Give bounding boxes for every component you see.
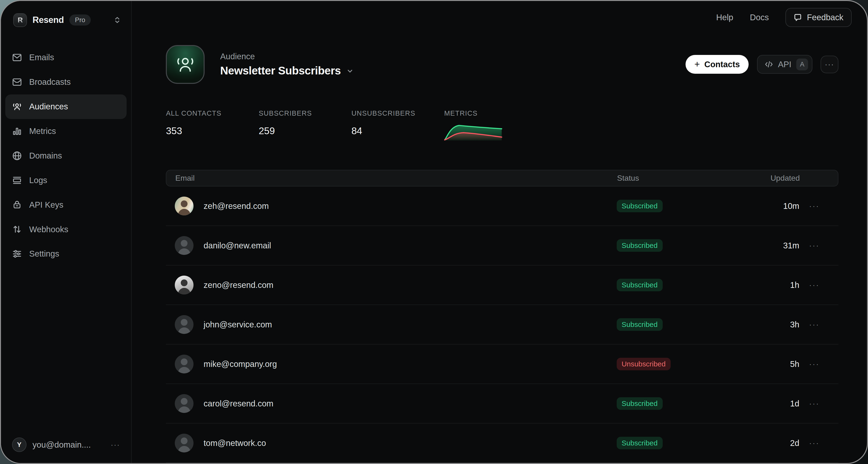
contact-avatar <box>175 236 193 255</box>
column-header-status: Status <box>617 174 755 183</box>
sidebar-item-broadcasts[interactable]: Broadcasts <box>5 70 127 94</box>
stat-metrics: METRICS <box>444 109 537 141</box>
contact-avatar <box>175 434 193 453</box>
speech-bubble-icon <box>794 13 802 22</box>
chevron-up-down-icon[interactable] <box>113 16 121 24</box>
api-button-label: API <box>778 60 792 69</box>
sidebar-item-metrics[interactable]: Metrics <box>5 119 127 144</box>
sidebar-item-emails[interactable]: Emails <box>5 45 127 70</box>
add-contacts-button[interactable]: + Contacts <box>686 55 749 74</box>
sidebar-nav: Emails Broadcasts Audiences Metrics Doma… <box>1 45 131 266</box>
feedback-label: Feedback <box>807 13 843 22</box>
status-badge: Subscribed <box>617 239 663 252</box>
audience-titles: Audience Newsletter Subscribers <box>220 52 353 77</box>
sidebar-item-label: Settings <box>29 249 59 259</box>
plus-icon: + <box>694 59 700 69</box>
column-header-email: Email <box>175 174 617 183</box>
audience-more-button[interactable]: ··· <box>820 56 838 74</box>
updated-time: 10m <box>783 201 799 210</box>
sidebar-item-domains[interactable]: Domains <box>5 143 127 168</box>
table-row[interactable]: zeh@resend.com Subscribed 10m ··· <box>166 186 838 226</box>
user-avatar: Y <box>12 437 27 452</box>
people-icon <box>175 54 196 75</box>
page-title: Newsletter Subscribers <box>220 64 341 77</box>
contact-email: zeh@resend.com <box>204 201 269 211</box>
stat-unsubscribers: UNSUBSCRIBERS 84 <box>351 109 444 141</box>
contact-avatar <box>175 197 193 215</box>
status-badge: Subscribed <box>617 437 663 449</box>
contact-email: danilo@new.email <box>204 241 271 250</box>
main-content: Help Docs Feedback Audience Newsletter S… <box>132 1 867 463</box>
updated-time: 1h <box>790 281 799 290</box>
contact-avatar <box>175 315 193 334</box>
sidebar-item-webhooks[interactable]: Webhooks <box>5 217 127 242</box>
contacts-button-label: Contacts <box>704 60 740 69</box>
sidebar-spacer <box>1 266 131 437</box>
contact-email: zeno@resend.com <box>204 281 274 290</box>
contact-avatar <box>175 394 193 413</box>
feedback-button[interactable]: Feedback <box>785 8 851 27</box>
docs-link[interactable]: Docs <box>750 13 769 22</box>
table-row[interactable]: zeno@resend.com Subscribed 1h ··· <box>166 265 838 305</box>
sidebar-item-label: Metrics <box>29 126 56 136</box>
contact-email: john@service.com <box>204 320 272 329</box>
user-email: you@domain.... <box>32 440 91 450</box>
shortcut-key-badge: A <box>796 59 808 70</box>
stat-subscribers: SUBSCRIBERS 259 <box>259 109 351 141</box>
stat-label: SUBSCRIBERS <box>259 109 351 117</box>
contact-email: carol@resend.com <box>204 399 274 408</box>
row-more-icon[interactable]: ··· <box>809 439 819 447</box>
stat-label: UNSUBSCRIBERS <box>351 109 444 117</box>
plan-badge: Pro <box>69 14 91 26</box>
status-badge: Subscribed <box>617 279 663 291</box>
sidebar-item-logs[interactable]: Logs <box>5 168 127 193</box>
table-row[interactable]: mike@company.org Unsubscribed 5h ··· <box>166 345 838 384</box>
audience-title-switcher[interactable]: Newsletter Subscribers <box>220 64 353 77</box>
help-link[interactable]: Help <box>716 13 733 22</box>
user-more-icon[interactable]: ··· <box>111 440 120 449</box>
workspace-switcher[interactable]: R Resend Pro <box>1 1 131 27</box>
row-more-icon[interactable]: ··· <box>809 360 819 368</box>
log-lines-icon <box>12 175 22 185</box>
contact-avatar <box>175 276 193 294</box>
bar-chart-icon <box>12 126 22 136</box>
sidebar-item-label: Webhooks <box>29 225 68 234</box>
chevron-down-icon[interactable] <box>346 67 353 75</box>
stat-all-contacts: ALL CONTACTS 353 <box>166 109 258 141</box>
sidebar-item-label: Audiences <box>29 102 68 111</box>
table-body: zeh@resend.com Subscribed 10m ··· <box>166 186 838 463</box>
stats-row: ALL CONTACTS 353 SUBSCRIBERS 259 UNSUBSC… <box>166 109 838 141</box>
updated-time: 3h <box>790 320 799 329</box>
user-menu[interactable]: Y you@domain.... ··· <box>1 437 131 463</box>
row-more-icon[interactable]: ··· <box>809 320 819 328</box>
sidebar-item-settings[interactable]: Settings <box>5 242 127 266</box>
stat-label: METRICS <box>444 109 537 117</box>
code-icon <box>765 61 773 68</box>
table-row[interactable]: carol@resend.com Subscribed 1d ··· <box>166 384 838 424</box>
audience-eyebrow: Audience <box>220 52 353 61</box>
sidebar-item-audiences[interactable]: Audiences <box>5 94 127 119</box>
stat-value: 84 <box>351 125 444 137</box>
sidebar-item-label: Logs <box>29 176 47 185</box>
contact-email: mike@company.org <box>204 359 277 369</box>
row-more-icon[interactable]: ··· <box>809 241 819 250</box>
status-badge: Unsubscribed <box>617 358 671 370</box>
row-more-icon[interactable]: ··· <box>809 400 819 408</box>
table-row[interactable]: john@service.com Subscribed 3h ··· <box>166 305 838 345</box>
sidebar: R Resend Pro Emails Broadcasts Audiences <box>1 1 132 463</box>
row-more-icon[interactable]: ··· <box>809 281 819 289</box>
sidebar-item-label: API Keys <box>29 200 63 210</box>
status-badge: Subscribed <box>617 200 663 212</box>
broadcast-tray-icon <box>12 77 22 87</box>
sidebar-item-api-keys[interactable]: API Keys <box>5 193 127 217</box>
api-button[interactable]: API A <box>757 55 812 74</box>
workspace-name: Resend <box>32 15 64 25</box>
up-down-arrows-icon <box>12 224 22 234</box>
table-row[interactable]: tom@network.co Subscribed 2d ··· <box>166 424 838 463</box>
row-more-icon[interactable]: ··· <box>809 202 819 210</box>
contact-avatar <box>175 355 193 373</box>
stat-value: 259 <box>259 125 351 137</box>
lock-icon <box>12 200 22 210</box>
table-row[interactable]: danilo@new.email Subscribed 31m ··· <box>166 226 838 265</box>
stat-label: ALL CONTACTS <box>166 109 258 117</box>
